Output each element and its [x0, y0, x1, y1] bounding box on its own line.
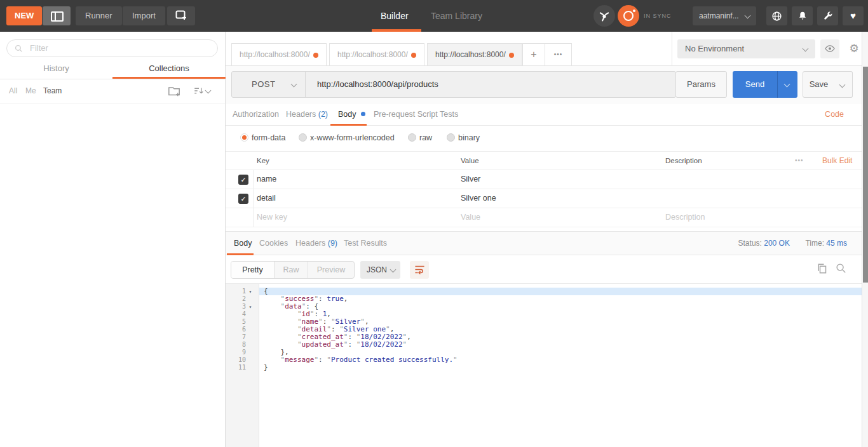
account-menu-button[interactable]: aatmaninf...	[693, 6, 756, 25]
request-tab-active[interactable]: http://localhost:8000/	[427, 43, 522, 66]
chevron-down-icon	[839, 82, 846, 88]
new-key-input[interactable]: New key	[257, 208, 287, 227]
radio-label[interactable]: binary	[458, 126, 480, 150]
tab-headers[interactable]: Headers (2)	[286, 104, 328, 125]
tab-history[interactable]: History	[0, 61, 112, 79]
sort-button[interactable]	[193, 85, 210, 99]
code-link[interactable]: Code	[825, 104, 844, 125]
line-number: 10	[226, 356, 259, 364]
status-value: 200 OK	[764, 239, 790, 248]
request-tab[interactable]: http://localhost:8000/	[231, 43, 327, 66]
bulk-edit-link[interactable]: Bulk Edit	[822, 152, 852, 170]
settings-wrench-button[interactable]	[817, 6, 838, 25]
collection-scope-row: All Me Team	[0, 79, 225, 103]
radio-label[interactable]: raw	[419, 126, 432, 150]
tab-authorization[interactable]: Authorization	[233, 104, 279, 125]
search-icon	[15, 44, 23, 53]
code-gutter: 1▾23▾4567891011	[226, 284, 259, 447]
params-button[interactable]: Params	[675, 71, 727, 98]
line-number[interactable]: 3▾	[226, 303, 259, 310]
request-tab[interactable]: http://localhost:8000/	[329, 43, 424, 66]
method-select[interactable]: POST	[232, 72, 306, 97]
radio-label[interactable]: x-www-form-urlencoded	[310, 126, 395, 150]
table-options-button[interactable]: •••	[795, 152, 804, 170]
send-button[interactable]: Send	[733, 71, 777, 98]
radio-label[interactable]: form-data	[252, 126, 286, 150]
format-select[interactable]: JSON	[360, 261, 400, 279]
request-tabs-bar: http://localhost:8000/ http://localhost:…	[226, 32, 862, 66]
scope-team[interactable]: Team	[43, 79, 62, 103]
line-number: 2	[226, 295, 259, 303]
code-line: "message": "Product created successfully…	[259, 356, 862, 364]
chevron-down-icon	[745, 13, 751, 19]
time-label: Time:	[805, 239, 824, 248]
scope-me[interactable]: Me	[25, 79, 36, 103]
value-cell[interactable]: Silver one	[461, 189, 496, 208]
value-cell[interactable]: Silver	[461, 170, 480, 189]
response-tab-test-results[interactable]: Test Results	[344, 232, 387, 255]
response-body-viewer[interactable]: 1▾23▾4567891011 { "success": true, "data…	[226, 283, 862, 447]
save-button[interactable]: Save	[803, 71, 835, 98]
interceptor-button[interactable]	[593, 5, 615, 27]
key-cell[interactable]: name	[257, 170, 276, 189]
notifications-button[interactable]	[792, 6, 813, 25]
new-button[interactable]: NEW	[6, 6, 42, 25]
add-tab-button[interactable]: +	[522, 43, 545, 66]
scope-all[interactable]: All	[9, 79, 17, 103]
filter-input[interactable]: Filter	[6, 39, 218, 57]
column-value: Value	[461, 152, 479, 170]
more-tabs-button[interactable]: •••	[545, 43, 572, 66]
radio-x-www-form-urlencoded[interactable]	[299, 133, 307, 142]
postman-app: NEW Runner Import Builder Team Library I…	[0, 0, 868, 447]
view-mode-raw[interactable]: Raw	[275, 262, 308, 278]
tab-tests[interactable]: Tests	[440, 104, 458, 125]
tab-body[interactable]: Body	[338, 104, 365, 125]
tab-collections[interactable]: Collections	[112, 61, 226, 79]
search-response-button[interactable]	[836, 263, 846, 274]
filter-placeholder: Filter	[30, 40, 48, 57]
view-mode-preview[interactable]: Preview	[308, 262, 354, 278]
row-checkbox[interactable]: ✓	[238, 194, 248, 204]
unsaved-dot-icon	[509, 53, 514, 58]
copy-response-button[interactable]	[817, 263, 827, 274]
line-number[interactable]: 1▾	[226, 288, 259, 295]
radio-binary[interactable]	[447, 133, 455, 142]
send-options-button[interactable]	[777, 71, 797, 98]
environment-select[interactable]: No Environment	[677, 39, 815, 58]
wrap-text-button[interactable]	[410, 261, 429, 279]
status-label: Status:	[738, 239, 762, 248]
radio-raw[interactable]	[408, 133, 416, 142]
url-input[interactable]: http://localhost:8000/api/products	[306, 72, 675, 97]
favorites-button[interactable]: ♥	[843, 6, 864, 25]
line-number: 5	[226, 318, 259, 326]
key-cell[interactable]: detail	[257, 189, 276, 208]
response-tab-body[interactable]: Body	[234, 232, 252, 255]
environment-zone: No Environment ⚙	[672, 32, 862, 66]
new-description-input[interactable]: Description	[665, 208, 705, 227]
radio-form-data[interactable]	[240, 133, 248, 142]
environment-preview-button[interactable]	[820, 39, 839, 58]
sidebar-toggle-button[interactable]	[43, 6, 71, 25]
gear-icon: ⚙	[849, 43, 858, 55]
tab-pre-request-script[interactable]: Pre-request Script	[374, 104, 438, 125]
new-window-button[interactable]	[167, 6, 195, 25]
save-options-button[interactable]	[834, 71, 853, 98]
runner-button[interactable]: Runner	[76, 6, 122, 25]
response-tab-cookies[interactable]: Cookies	[259, 232, 288, 255]
tab-builder[interactable]: Builder	[381, 0, 409, 32]
sync-status-button[interactable]	[618, 5, 639, 27]
globe-button[interactable]	[766, 6, 787, 25]
row-checkbox[interactable]: ✓	[238, 175, 248, 185]
view-mode-switcher: Pretty Raw Preview	[231, 261, 355, 279]
layout-panes-icon	[51, 11, 64, 22]
column-key: Key	[257, 152, 269, 170]
environment-settings-button[interactable]: ⚙	[844, 39, 864, 58]
response-tab-headers[interactable]: Headers (9)	[295, 232, 337, 255]
tab-team-library[interactable]: Team Library	[431, 0, 482, 32]
code-line: {	[259, 288, 862, 295]
new-value-input[interactable]: Value	[461, 208, 480, 227]
import-button[interactable]: Import	[123, 6, 165, 25]
scrollbar-thumb[interactable]	[863, 67, 868, 283]
view-mode-pretty[interactable]: Pretty	[231, 262, 275, 278]
new-folder-button[interactable]	[168, 85, 180, 97]
